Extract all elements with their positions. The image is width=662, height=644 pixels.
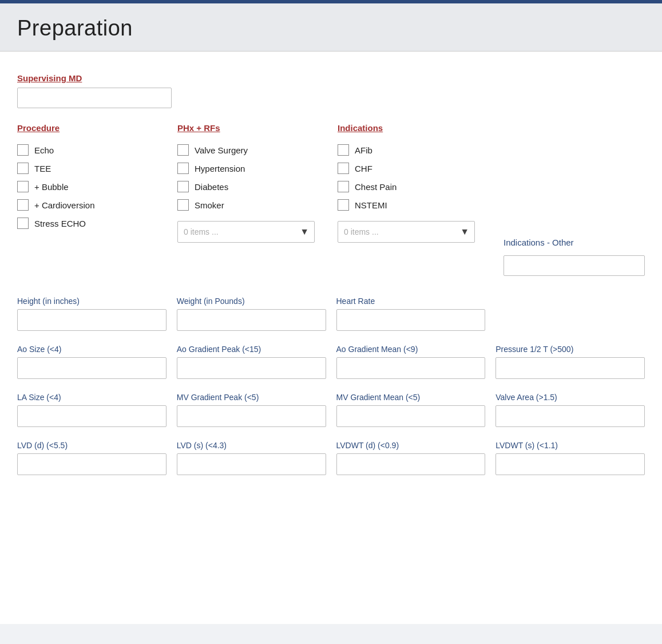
measurements-row-4: LVD (d) (<5.5) LVD (s) (<4.3) LVDWT (d) … [17, 441, 645, 475]
phx-dropdown-wrapper: 0 items ... ▼ [177, 221, 315, 243]
checkbox-item-nstemi: NSTEMI [338, 199, 492, 211]
height-label: Height (in inches) [17, 297, 167, 306]
mv-gradient-peak-label: MV Gradient Peak (<5) [177, 393, 326, 402]
cardioversion-label[interactable]: + Cardioversion [34, 200, 94, 210]
bubble-checkbox[interactable] [17, 181, 29, 192]
ao-size-field: Ao Size (<4) [17, 345, 167, 379]
indications-dropdown-wrapper: 0 items ... ▼ [338, 221, 475, 243]
checkboxes-row: Procedure Echo TEE + Bubble + Cardiovers… [17, 123, 645, 276]
height-field: Height (in inches) [17, 297, 167, 331]
weight-input[interactable] [177, 309, 326, 331]
chest-pain-label[interactable]: Chest Pain [355, 182, 397, 192]
page-header: Preparation [0, 3, 662, 52]
smoker-label[interactable]: Smoker [195, 200, 224, 210]
bubble-label[interactable]: + Bubble [34, 182, 69, 192]
lvd-s-input[interactable] [177, 453, 326, 475]
supervising-md-input[interactable] [17, 88, 172, 108]
ao-gradient-peak-input[interactable] [177, 357, 326, 379]
supervising-md-section: Supervising MD [17, 73, 645, 108]
checkbox-item-bubble: + Bubble [17, 181, 172, 192]
mv-gradient-mean-input[interactable] [336, 405, 486, 427]
echo-checkbox[interactable] [17, 144, 29, 156]
checkbox-item-stress-echo: Stress ECHO [17, 218, 172, 229]
mv-gradient-mean-label: MV Gradient Mean (<5) [336, 393, 486, 402]
pressure-half-time-label: Pressure 1/2 T (>500) [495, 345, 645, 354]
phx-dropdown[interactable]: 0 items ... [177, 221, 315, 243]
valve-surgery-checkbox[interactable] [177, 144, 189, 156]
indications-dropdown[interactable]: 0 items ... [338, 221, 475, 243]
indications-other-input[interactable] [504, 255, 645, 276]
page-content: Supervising MD Procedure Echo TEE + Bubb… [0, 52, 662, 624]
measurements-row-3: LA Size (<4) MV Gradient Peak (<5) MV Gr… [17, 393, 645, 427]
lvdwt-d-input[interactable] [336, 453, 486, 475]
pressure-half-time-input[interactable] [495, 357, 645, 379]
checkbox-item-tee: TEE [17, 163, 172, 174]
stress-echo-checkbox[interactable] [17, 218, 29, 229]
lvdwt-s-label: LVDWT (s) (<1.1) [495, 441, 645, 450]
ao-size-label: Ao Size (<4) [17, 345, 167, 354]
lvdwt-d-label: LVDWT (d) (<0.9) [336, 441, 486, 450]
afib-label[interactable]: AFib [355, 145, 372, 155]
supervising-md-label: Supervising MD [17, 73, 82, 83]
measurements-row-2: Ao Size (<4) Ao Gradient Peak (<15) Ao G… [17, 345, 645, 379]
phx-column: PHx + RFs Valve Surgery Hypertension Dia… [177, 123, 332, 243]
valve-area-input[interactable] [495, 405, 645, 427]
lvd-s-label: LVD (s) (<4.3) [177, 441, 326, 450]
tee-checkbox[interactable] [17, 163, 29, 174]
tee-label[interactable]: TEE [34, 164, 51, 173]
checkbox-item-afib: AFib [338, 144, 492, 156]
nstemi-label[interactable]: NSTEMI [355, 200, 387, 210]
heart-rate-label: Heart Rate [336, 297, 486, 306]
procedure-label: Procedure [17, 123, 60, 133]
phx-label: PHx + RFs [177, 123, 220, 133]
height-input[interactable] [17, 309, 167, 331]
ao-size-input[interactable] [17, 357, 167, 379]
indications-label: Indications [338, 123, 383, 133]
weight-field: Weight (in Pounds) [177, 297, 326, 331]
lvd-d-field: LVD (d) (<5.5) [17, 441, 167, 475]
weight-label: Weight (in Pounds) [177, 297, 326, 306]
checkbox-item-chest-pain: Chest Pain [338, 181, 492, 192]
page-title: Preparation [17, 16, 645, 41]
lvd-d-input[interactable] [17, 453, 167, 475]
stress-echo-label[interactable]: Stress ECHO [34, 219, 86, 228]
ao-gradient-mean-label: Ao Gradient Mean (<9) [336, 345, 486, 354]
chf-label[interactable]: CHF [355, 164, 372, 173]
diabetes-label[interactable]: Diabetes [195, 182, 228, 192]
mv-gradient-peak-field: MV Gradient Peak (<5) [177, 393, 326, 427]
pressure-half-time-field: Pressure 1/2 T (>500) [495, 345, 645, 379]
checkbox-item-smoker: Smoker [177, 199, 332, 211]
heart-rate-field: Heart Rate [336, 297, 486, 331]
ao-gradient-peak-field: Ao Gradient Peak (<15) [177, 345, 326, 379]
heart-rate-input[interactable] [336, 309, 486, 331]
cardioversion-checkbox[interactable] [17, 199, 29, 211]
lvdwt-s-field: LVDWT (s) (<1.1) [495, 441, 645, 475]
checkbox-item-hypertension: Hypertension [177, 163, 332, 174]
valve-surgery-label[interactable]: Valve Surgery [195, 145, 248, 155]
checkbox-item-echo: Echo [17, 144, 172, 156]
indications-column: Indications AFib CHF Chest Pain NSTEMI [338, 123, 492, 243]
indications-other-column: Indications - Other [504, 123, 645, 276]
smoker-checkbox[interactable] [177, 199, 189, 211]
mv-gradient-peak-input[interactable] [177, 405, 326, 427]
lvdwt-d-field: LVDWT (d) (<0.9) [336, 441, 486, 475]
la-size-label: LA Size (<4) [17, 393, 167, 402]
lvdwt-s-input[interactable] [495, 453, 645, 475]
diabetes-checkbox[interactable] [177, 181, 189, 192]
la-size-field: LA Size (<4) [17, 393, 167, 427]
valve-area-label: Valve Area (>1.5) [495, 393, 645, 402]
hypertension-checkbox[interactable] [177, 163, 189, 174]
measurements-section: Height (in inches) Weight (in Pounds) He… [17, 297, 645, 475]
chf-checkbox[interactable] [338, 163, 349, 174]
ao-gradient-mean-input[interactable] [336, 357, 486, 379]
mv-gradient-mean-field: MV Gradient Mean (<5) [336, 393, 486, 427]
lvd-d-label: LVD (d) (<5.5) [17, 441, 167, 450]
chest-pain-checkbox[interactable] [338, 181, 349, 192]
afib-checkbox[interactable] [338, 144, 349, 156]
valve-area-field: Valve Area (>1.5) [495, 393, 645, 427]
echo-label[interactable]: Echo [34, 145, 54, 155]
hypertension-label[interactable]: Hypertension [195, 164, 245, 173]
la-size-input[interactable] [17, 405, 167, 427]
nstemi-checkbox[interactable] [338, 199, 349, 211]
checkbox-item-diabetes: Diabetes [177, 181, 332, 192]
